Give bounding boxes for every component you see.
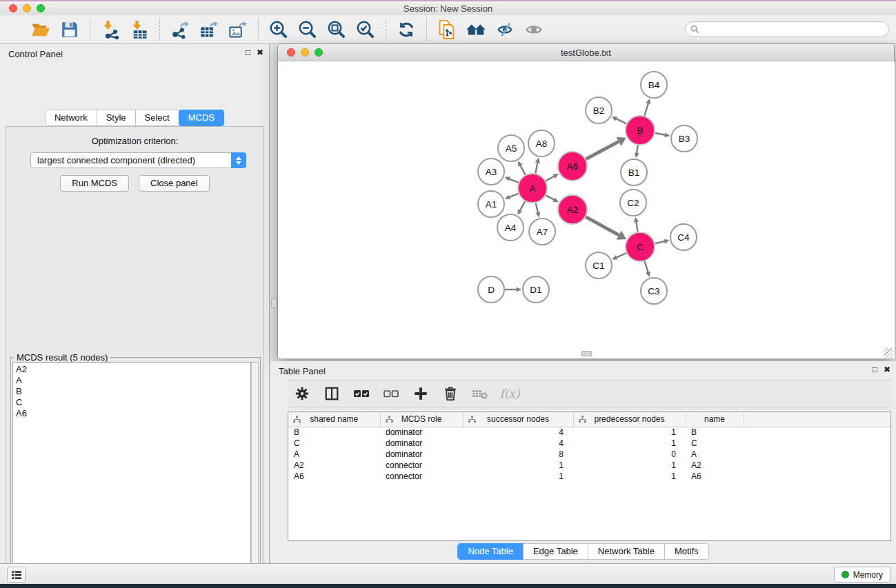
memory-button[interactable]: Memory (834, 567, 890, 582)
graph-node-D1[interactable]: D1 (523, 276, 549, 303)
tab-motifs[interactable]: Motifs (664, 543, 709, 560)
graph-node-C4[interactable]: C4 (670, 224, 697, 250)
cell-successor-nodes[interactable]: 4 (463, 427, 573, 438)
float-panel-icon[interactable]: □ (246, 48, 250, 57)
delete-table-icon[interactable] (471, 385, 489, 403)
export-network-icon[interactable] (168, 17, 192, 42)
edge-C-C4[interactable] (655, 241, 664, 243)
cell-shared-name[interactable]: A2 (288, 460, 380, 471)
col-shared-name[interactable]: shared name (288, 412, 380, 427)
cell-successor-nodes[interactable]: 8 (463, 449, 573, 460)
graph-node-A2[interactable]: A2 (558, 195, 587, 224)
table-row[interactable]: Cdominator41C (288, 438, 890, 449)
cell-name[interactable]: A6 (686, 471, 744, 482)
close-panel-button[interactable]: Close panel (139, 175, 210, 192)
graph-node-C1[interactable]: C1 (586, 252, 612, 278)
col-name[interactable]: name (686, 412, 744, 427)
zoom-fit-icon[interactable] (324, 17, 349, 42)
table-row[interactable]: A2connector11A2 (288, 460, 890, 471)
edge-A-A4[interactable] (520, 201, 525, 210)
tab-edge-table[interactable]: Edge Table (523, 543, 588, 560)
table-row[interactable]: Adominator80A (288, 449, 890, 460)
zoom-in-icon[interactable] (266, 17, 291, 42)
edge-A6-B[interactable] (586, 141, 619, 159)
edge-C-C2[interactable] (636, 222, 637, 232)
graph-node-C[interactable]: C (626, 232, 655, 261)
vertical-splitter-handle[interactable] (271, 298, 277, 308)
table-row[interactable]: A6connector11A6 (288, 471, 890, 482)
task-history-button[interactable] (7, 567, 26, 582)
tab-network[interactable]: Network (45, 110, 97, 126)
hide-details-icon[interactable] (492, 17, 517, 42)
tab-mcds[interactable]: MCDS (179, 110, 224, 126)
graph-node-D[interactable]: D (478, 276, 504, 303)
run-mcds-button[interactable]: Run MCDS (60, 175, 129, 192)
edge-A2-C[interactable] (586, 217, 619, 235)
cell-name[interactable]: A (686, 449, 744, 460)
mcds-result-item[interactable]: A2 (16, 364, 250, 375)
graph-node-A[interactable]: A (518, 174, 547, 203)
edge-C-C1[interactable] (617, 253, 626, 257)
edge-A-A2[interactable] (546, 195, 554, 199)
mcds-result-item[interactable]: A6 (16, 408, 250, 419)
close-panel-icon[interactable]: ✖ (257, 48, 263, 57)
edge-B-B1[interactable] (637, 145, 638, 153)
cell-successor-nodes[interactable]: 1 (463, 460, 573, 471)
cell-mcds-role[interactable]: dominator (380, 427, 463, 438)
graph-node-B4[interactable]: B4 (641, 72, 667, 98)
edge-A-A6[interactable] (546, 176, 554, 181)
cell-shared-name[interactable]: B (288, 427, 380, 438)
export-image-icon[interactable] (226, 17, 250, 42)
delete-columns-icon[interactable] (441, 385, 459, 403)
function-builder-icon[interactable]: f(x) (501, 385, 519, 403)
mcds-result-item[interactable]: B (16, 386, 250, 397)
cell-name[interactable]: A2 (686, 460, 744, 471)
graph-node-B1[interactable]: B1 (621, 159, 647, 185)
zoom-selected-icon[interactable] (353, 17, 378, 42)
graph-node-B3[interactable]: B3 (671, 125, 697, 152)
edge-A-A8[interactable] (535, 163, 537, 173)
window-resize-grip[interactable] (884, 348, 893, 357)
first-neighbors-icon[interactable] (464, 17, 488, 42)
float-table-panel-icon[interactable]: □ (873, 365, 877, 374)
tab-style[interactable]: Style (97, 110, 136, 126)
tab-node-table[interactable]: Node Table (457, 543, 524, 560)
save-session-icon[interactable] (57, 17, 82, 42)
show-columns-icon[interactable] (323, 385, 341, 403)
edge-A-A3[interactable] (509, 179, 518, 183)
mcds-result-item[interactable]: C (16, 397, 250, 408)
cell-predecessor-nodes[interactable]: 1 (573, 460, 686, 471)
edge-B-B2[interactable] (617, 119, 627, 123)
search-field[interactable] (685, 21, 889, 37)
table-options-gear-icon[interactable] (293, 385, 311, 403)
graph-node-A1[interactable]: A1 (478, 191, 504, 217)
cell-predecessor-nodes[interactable]: 1 (573, 471, 686, 482)
col-predecessor-nodes[interactable]: predecessor nodes (573, 412, 686, 427)
mcds-result-list[interactable]: A2ABCA6 (12, 362, 251, 588)
graph-node-A3[interactable]: A3 (478, 159, 504, 185)
cell-mcds-role[interactable]: connector (380, 471, 463, 482)
cell-successor-nodes[interactable]: 4 (463, 438, 573, 449)
tab-network-table[interactable]: Network Table (588, 543, 665, 560)
graph-node-A7[interactable]: A7 (529, 219, 555, 245)
cell-mcds-role[interactable]: connector (380, 460, 463, 471)
refresh-icon[interactable] (394, 17, 419, 42)
edge-B-B4[interactable] (644, 103, 648, 116)
graph-node-A8[interactable]: A8 (528, 130, 555, 156)
show-details-icon[interactable] (521, 17, 546, 42)
cell-predecessor-nodes[interactable]: 1 (573, 438, 686, 449)
open-file-icon[interactable] (28, 17, 53, 42)
cell-name[interactable]: B (686, 427, 744, 438)
criterion-dropdown[interactable]: largest connected component (directed) (30, 152, 246, 168)
import-table-icon[interactable] (127, 17, 152, 42)
edge-A-A7[interactable] (536, 203, 538, 212)
graph-node-C2[interactable]: C2 (620, 190, 646, 216)
result-list-scrollbar[interactable] (251, 362, 259, 588)
cell-shared-name[interactable]: A6 (288, 471, 380, 482)
mcds-result-item[interactable]: A (16, 375, 250, 386)
graph-node-B2[interactable]: B2 (586, 97, 612, 123)
edge-B-B3[interactable] (655, 133, 665, 135)
col-successor-nodes[interactable]: successor nodes (463, 412, 573, 427)
add-column-icon[interactable] (412, 385, 430, 403)
deselect-all-checkboxes-icon[interactable] (382, 385, 400, 403)
